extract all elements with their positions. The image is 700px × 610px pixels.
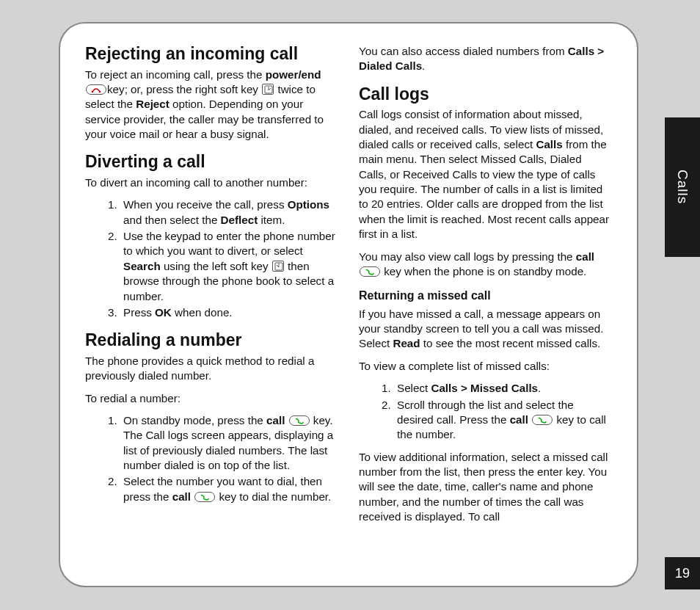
bold-calls: Calls xyxy=(536,138,562,150)
text: key; or, press the right soft key xyxy=(107,83,261,95)
bold-deflect: Deflect xyxy=(221,214,258,226)
text: You can also access dialed numbers from xyxy=(359,45,568,57)
right-column: You can also access dialed numbers from … xyxy=(359,44,612,571)
page-number: 19 xyxy=(665,557,700,589)
text: On standby mode, press the xyxy=(123,414,266,426)
para-access-dialed: You can also access dialed numbers from … xyxy=(359,44,612,74)
text: when done. xyxy=(172,306,233,319)
list-item: When you receive the call, press Options… xyxy=(120,197,338,228)
two-column-layout: Rejecting an incoming call To reject an … xyxy=(85,44,612,571)
heading-diverting: Diverting a call xyxy=(85,152,338,173)
para-call-logs: Call logs consist of information about m… xyxy=(359,107,612,242)
para-call-logs-2: You may also view call logs by pressing … xyxy=(359,250,612,280)
left-softkey-icon xyxy=(272,261,284,272)
bold-options: Options xyxy=(288,198,329,211)
list-item: On standby mode, press the call key. The… xyxy=(120,413,338,473)
text: You may also view call logs by pressing … xyxy=(359,250,576,263)
text: key to dial the number. xyxy=(216,490,331,503)
text: . xyxy=(538,382,541,394)
bold-ok: OK xyxy=(155,306,172,319)
text: from the main menu. Then select Missed C… xyxy=(359,138,609,240)
list-item: Select the number you want to dial, then… xyxy=(120,474,338,504)
svg-point-1 xyxy=(99,91,101,93)
bold-search: Search xyxy=(123,260,161,272)
text: and then select the xyxy=(123,214,221,226)
heading-call-logs: Call logs xyxy=(359,84,612,105)
return-steps: Select Calls > Missed Calls. Scroll thro… xyxy=(359,381,612,442)
para-redial-intro: The phone provides a quick method to red… xyxy=(85,354,338,384)
list-item: Use the keypad to enter the phone number… xyxy=(120,229,338,304)
bold-call: call xyxy=(266,414,285,426)
text: Select xyxy=(397,382,431,394)
call-key-icon xyxy=(194,492,215,502)
para-additional-info: To view additional information, select a… xyxy=(359,450,612,525)
bold-call: call xyxy=(510,413,528,426)
text: When you receive the call, press xyxy=(123,198,288,211)
para-return-to: To view a complete list of missed calls: xyxy=(359,359,612,374)
manual-page: Rejecting an incoming call To reject an … xyxy=(59,22,638,587)
svg-point-0 xyxy=(92,91,94,93)
call-key-icon xyxy=(532,415,553,425)
list-item: Scroll through the list and select the d… xyxy=(394,398,612,443)
divert-steps: When you receive the call, press Options… xyxy=(85,197,338,320)
heading-redialing: Redialing a number xyxy=(85,330,338,351)
bold-reject: Reject xyxy=(136,98,169,110)
bold-calls-missed: Calls > Missed Calls xyxy=(431,382,538,394)
text: Use the keypad to enter the phone number… xyxy=(123,230,335,257)
bold-read: Read xyxy=(393,337,420,349)
call-key-icon xyxy=(360,266,380,277)
heading-returning-missed: Returning a missed call xyxy=(359,288,612,303)
list-item: Select Calls > Missed Calls. xyxy=(394,381,612,396)
heading-rejecting: Rejecting an incoming call xyxy=(85,44,338,65)
bold-power-end: power/end xyxy=(266,68,321,81)
left-column: Rejecting an incoming call To reject an … xyxy=(85,44,338,571)
power-end-key-icon xyxy=(86,84,106,95)
bold-call: call xyxy=(576,250,594,263)
text: to see the most recent missed calls. xyxy=(420,337,601,349)
para-rejecting: To reject an incoming call, press the po… xyxy=(85,68,338,142)
para-return-intro: If you have missed a call, a message app… xyxy=(359,307,612,352)
text: . xyxy=(422,59,425,72)
redial-steps: On standby mode, press the call key. The… xyxy=(85,413,338,504)
bold-call: call xyxy=(172,490,191,503)
section-tab: Calls xyxy=(665,117,700,257)
section-tab-label: Calls xyxy=(674,170,690,204)
list-item: Press OK when done. xyxy=(120,305,338,320)
para-redial-to: To redial a number: xyxy=(85,391,338,406)
text: key when the phone is on standby mode. xyxy=(381,265,586,277)
text: Press xyxy=(123,306,155,319)
text: item. xyxy=(258,214,285,226)
para-divert-intro: To divert an incoming call to another nu… xyxy=(85,175,338,190)
page-number-value: 19 xyxy=(675,566,690,581)
call-key-icon xyxy=(289,415,310,426)
right-softkey-icon xyxy=(262,84,274,95)
text: using the left soft key xyxy=(161,260,271,272)
text: To reject an incoming call, press the xyxy=(85,68,266,81)
